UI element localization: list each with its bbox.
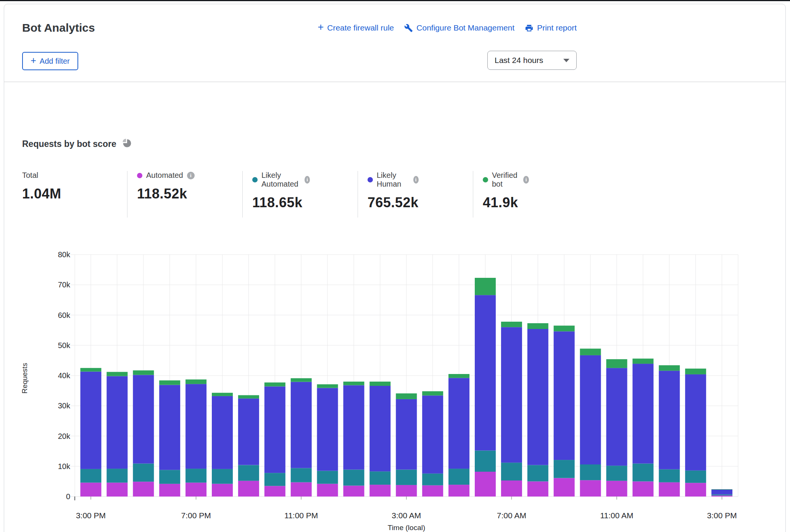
bar-segment[interactable]: [159, 470, 180, 484]
bar-segment[interactable]: [291, 382, 312, 468]
bar-segment[interactable]: [580, 464, 601, 480]
bar-segment[interactable]: [527, 465, 548, 482]
bar-segment[interactable]: [659, 482, 680, 497]
header-action-create-firewall-rule[interactable]: +Create firewall rule: [318, 23, 394, 32]
bar-segment[interactable]: [291, 468, 312, 482]
bar-segment[interactable]: [501, 463, 522, 480]
bar-segment[interactable]: [133, 371, 154, 375]
bar-segment[interactable]: [527, 481, 548, 497]
bar-segment[interactable]: [369, 471, 390, 485]
bar-segment[interactable]: [264, 486, 285, 497]
bar-segment[interactable]: [238, 395, 259, 399]
bar-segment[interactable]: [396, 399, 417, 470]
bar-segment[interactable]: [396, 393, 417, 399]
bar-segment[interactable]: [685, 483, 706, 497]
bar-segment[interactable]: [659, 469, 680, 482]
bar-segment[interactable]: [369, 485, 390, 497]
bar-segment[interactable]: [659, 371, 680, 469]
bar-segment[interactable]: [475, 278, 496, 295]
bar-segment[interactable]: [580, 480, 601, 497]
bar-segment[interactable]: [448, 378, 469, 469]
bar-segment[interactable]: [185, 469, 206, 483]
bar-segment[interactable]: [606, 466, 627, 481]
bar-segment[interactable]: [448, 469, 469, 485]
bar-segment[interactable]: [554, 460, 575, 478]
bar-segment[interactable]: [106, 376, 127, 469]
bar-segment[interactable]: [317, 471, 338, 484]
bar-segment[interactable]: [554, 326, 575, 331]
bar-segment[interactable]: [396, 470, 417, 485]
bar-segment[interactable]: [475, 295, 496, 450]
bar-segment[interactable]: [106, 469, 127, 483]
bar-segment[interactable]: [580, 355, 601, 464]
bar-segment[interactable]: [501, 480, 522, 497]
bar-segment[interactable]: [632, 359, 653, 364]
bar-segment[interactable]: [685, 369, 706, 374]
bar-segment[interactable]: [133, 482, 154, 497]
info-icon[interactable]: i: [187, 172, 195, 179]
bar-segment[interactable]: [501, 327, 522, 463]
bar-segment[interactable]: [422, 485, 443, 497]
bar-segment[interactable]: [685, 471, 706, 483]
bar-segment[interactable]: [343, 382, 364, 385]
bar-segment[interactable]: [632, 464, 653, 482]
bar-segment[interactable]: [264, 387, 285, 473]
bar-segment[interactable]: [106, 372, 127, 376]
bar-segment[interactable]: [711, 495, 732, 497]
bar-segment[interactable]: [475, 451, 496, 472]
bar-segment[interactable]: [475, 472, 496, 497]
bar-segment[interactable]: [185, 483, 206, 497]
bar-segment[interactable]: [212, 396, 233, 469]
bar-segment[interactable]: [81, 368, 102, 372]
bar-segment[interactable]: [448, 485, 469, 497]
info-icon[interactable]: i: [413, 176, 419, 184]
bar-segment[interactable]: [632, 481, 653, 497]
bar-segment[interactable]: [448, 374, 469, 378]
bar-segment[interactable]: [685, 374, 706, 471]
bar-segment[interactable]: [711, 495, 732, 496]
bar-segment[interactable]: [606, 359, 627, 368]
header-action-print-report[interactable]: Print report: [525, 23, 577, 32]
bar-segment[interactable]: [238, 398, 259, 465]
bot-score-chart[interactable]: 010k20k30k40k50k60k70k80k3:00 PM7:00 PM1…: [4, 237, 785, 532]
add-filter-button[interactable]: + Add filter: [22, 52, 78, 70]
header-action-configure-bot-management[interactable]: Configure Bot Management: [404, 23, 514, 32]
time-range-dropdown[interactable]: Last 24 hours: [487, 51, 577, 70]
bar-segment[interactable]: [212, 484, 233, 497]
bar-segment[interactable]: [185, 384, 206, 469]
bar-segment[interactable]: [343, 470, 364, 486]
bar-segment[interactable]: [711, 489, 732, 490]
bar-segment[interactable]: [264, 473, 285, 486]
bar-segment[interactable]: [159, 385, 180, 470]
bar-segment[interactable]: [81, 469, 102, 483]
info-icon[interactable]: i: [305, 176, 310, 184]
bar-segment[interactable]: [264, 382, 285, 386]
bar-segment[interactable]: [159, 380, 180, 385]
bar-segment[interactable]: [422, 474, 443, 485]
bar-segment[interactable]: [422, 391, 443, 395]
bar-segment[interactable]: [343, 486, 364, 497]
bar-segment[interactable]: [396, 485, 417, 497]
bar-segment[interactable]: [133, 375, 154, 463]
bar-segment[interactable]: [159, 484, 180, 497]
bar-segment[interactable]: [501, 322, 522, 327]
bar-segment[interactable]: [291, 482, 312, 497]
bar-segment[interactable]: [554, 331, 575, 460]
bar-segment[interactable]: [369, 382, 390, 386]
bar-segment[interactable]: [317, 388, 338, 471]
bar-segment[interactable]: [238, 465, 259, 481]
bar-segment[interactable]: [632, 364, 653, 464]
bar-segment[interactable]: [343, 385, 364, 469]
bar-segment[interactable]: [81, 372, 102, 469]
bar-segment[interactable]: [711, 490, 732, 495]
bar-segment[interactable]: [606, 481, 627, 497]
bar-segment[interactable]: [554, 478, 575, 497]
info-icon[interactable]: i: [523, 176, 529, 184]
bar-segment[interactable]: [606, 368, 627, 466]
bar-segment[interactable]: [238, 481, 259, 497]
bar-segment[interactable]: [185, 379, 206, 384]
bar-segment[interactable]: [291, 378, 312, 382]
bar-segment[interactable]: [527, 323, 548, 329]
bar-segment[interactable]: [369, 386, 390, 471]
bar-segment[interactable]: [106, 483, 127, 497]
